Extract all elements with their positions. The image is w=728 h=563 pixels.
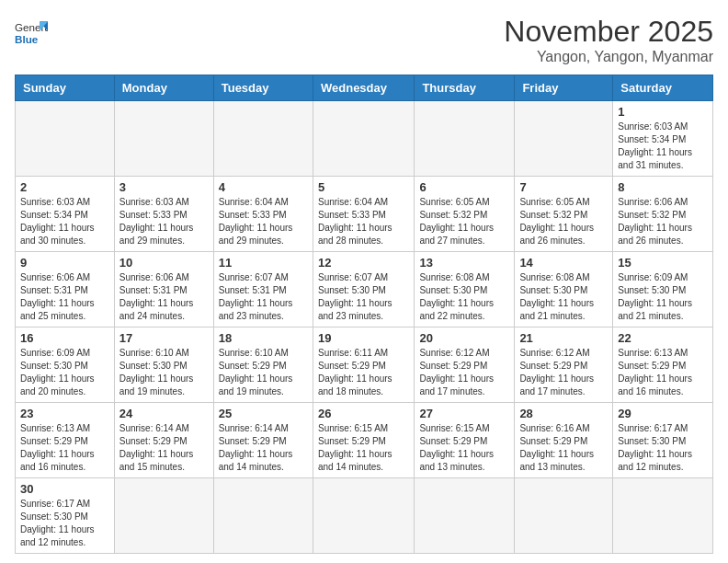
weekday-header-sunday: Sunday [16,75,115,101]
day-number: 28 [519,407,608,420]
logo-icon: General Blue [15,15,48,48]
day-number: 24 [119,407,209,420]
calendar-day-cell: 15Sunrise: 6:09 AM Sunset: 5:30 PM Dayli… [613,252,713,327]
day-info: Sunrise: 6:06 AM Sunset: 5:32 PM Dayligh… [618,196,708,247]
day-number: 13 [419,256,509,270]
day-number: 3 [119,180,209,194]
day-number: 12 [318,256,409,270]
calendar-day-cell: 7Sunrise: 6:05 AM Sunset: 5:32 PM Daylig… [515,177,613,252]
calendar-day-cell: 4Sunrise: 6:04 AM Sunset: 5:33 PM Daylig… [213,177,313,252]
calendar-day-cell [114,478,213,554]
page-header: General Blue November 2025 Yangon, Yango… [15,15,713,65]
calendar-week-row: 30Sunrise: 6:17 AM Sunset: 5:30 PM Dayli… [16,478,713,554]
day-number: 9 [20,256,109,270]
calendar-day-cell: 20Sunrise: 6:12 AM Sunset: 5:29 PM Dayli… [415,327,515,403]
day-number: 29 [618,407,708,420]
day-info: Sunrise: 6:17 AM Sunset: 5:30 PM Dayligh… [618,422,708,474]
day-info: Sunrise: 6:04 AM Sunset: 5:33 PM Dayligh… [219,196,308,247]
calendar-day-cell [415,101,515,177]
calendar-day-cell [515,478,613,554]
calendar-day-cell: 29Sunrise: 6:17 AM Sunset: 5:30 PM Dayli… [613,403,713,478]
calendar-day-cell: 22Sunrise: 6:13 AM Sunset: 5:29 PM Dayli… [613,327,713,403]
calendar-day-cell: 25Sunrise: 6:14 AM Sunset: 5:29 PM Dayli… [213,403,313,478]
calendar-week-row: 1Sunrise: 6:03 AM Sunset: 5:34 PM Daylig… [16,101,713,177]
day-info: Sunrise: 6:03 AM Sunset: 5:34 PM Dayligh… [618,121,708,172]
weekday-header-wednesday: Wednesday [313,75,414,101]
svg-text:Blue: Blue [15,33,39,45]
weekday-header-friday: Friday [515,75,613,101]
day-number: 8 [618,180,708,194]
day-number: 25 [219,407,308,420]
day-number: 11 [219,256,308,270]
day-number: 19 [318,331,409,345]
calendar-day-cell: 5Sunrise: 6:04 AM Sunset: 5:33 PM Daylig… [313,177,414,252]
calendar-day-cell: 9Sunrise: 6:06 AM Sunset: 5:31 PM Daylig… [16,252,115,327]
calendar-day-cell: 26Sunrise: 6:15 AM Sunset: 5:29 PM Dayli… [313,403,414,478]
day-info: Sunrise: 6:12 AM Sunset: 5:29 PM Dayligh… [519,347,608,398]
day-info: Sunrise: 6:08 AM Sunset: 5:30 PM Dayligh… [419,271,509,323]
day-info: Sunrise: 6:06 AM Sunset: 5:31 PM Dayligh… [20,271,109,323]
calendar-day-cell: 3Sunrise: 6:03 AM Sunset: 5:33 PM Daylig… [114,177,213,252]
day-number: 1 [618,105,708,119]
day-info: Sunrise: 6:15 AM Sunset: 5:29 PM Dayligh… [318,422,409,474]
calendar-day-cell: 13Sunrise: 6:08 AM Sunset: 5:30 PM Dayli… [415,252,515,327]
calendar-day-cell: 28Sunrise: 6:16 AM Sunset: 5:29 PM Dayli… [515,403,613,478]
day-info: Sunrise: 6:05 AM Sunset: 5:32 PM Dayligh… [519,196,608,247]
day-info: Sunrise: 6:15 AM Sunset: 5:29 PM Dayligh… [419,422,509,474]
day-number: 21 [519,331,608,345]
calendar-week-row: 9Sunrise: 6:06 AM Sunset: 5:31 PM Daylig… [16,252,713,327]
calendar-day-cell: 23Sunrise: 6:13 AM Sunset: 5:29 PM Dayli… [16,403,115,478]
weekday-header-row: SundayMondayTuesdayWednesdayThursdayFrid… [16,75,713,101]
day-number: 30 [20,482,109,496]
day-info: Sunrise: 6:09 AM Sunset: 5:30 PM Dayligh… [20,347,109,398]
calendar-day-cell: 16Sunrise: 6:09 AM Sunset: 5:30 PM Dayli… [16,327,115,403]
calendar-day-cell: 8Sunrise: 6:06 AM Sunset: 5:32 PM Daylig… [613,177,713,252]
calendar-day-cell: 6Sunrise: 6:05 AM Sunset: 5:32 PM Daylig… [415,177,515,252]
day-number: 17 [119,331,209,345]
day-info: Sunrise: 6:16 AM Sunset: 5:29 PM Dayligh… [519,422,608,474]
day-info: Sunrise: 6:14 AM Sunset: 5:29 PM Dayligh… [119,422,209,474]
calendar-day-cell: 2Sunrise: 6:03 AM Sunset: 5:34 PM Daylig… [16,177,115,252]
day-info: Sunrise: 6:10 AM Sunset: 5:30 PM Dayligh… [119,347,209,398]
calendar-day-cell [415,478,515,554]
day-info: Sunrise: 6:12 AM Sunset: 5:29 PM Dayligh… [419,347,509,398]
calendar-day-cell: 19Sunrise: 6:11 AM Sunset: 5:29 PM Dayli… [313,327,414,403]
day-info: Sunrise: 6:06 AM Sunset: 5:31 PM Dayligh… [119,271,209,323]
day-number: 10 [119,256,209,270]
day-info: Sunrise: 6:11 AM Sunset: 5:29 PM Dayligh… [318,347,409,398]
calendar-day-cell: 1Sunrise: 6:03 AM Sunset: 5:34 PM Daylig… [613,101,713,177]
day-number: 14 [519,256,608,270]
day-number: 16 [20,331,109,345]
calendar-day-cell [213,101,313,177]
weekday-header-monday: Monday [114,75,213,101]
calendar-day-cell [613,478,713,554]
day-info: Sunrise: 6:07 AM Sunset: 5:30 PM Dayligh… [318,271,409,323]
calendar-day-cell [213,478,313,554]
weekday-header-saturday: Saturday [613,75,713,101]
day-number: 6 [419,180,509,194]
calendar-day-cell: 14Sunrise: 6:08 AM Sunset: 5:30 PM Dayli… [515,252,613,327]
day-number: 5 [318,180,409,194]
title-block: November 2025 Yangon, Yangon, Myanmar [504,15,713,65]
calendar-day-cell: 11Sunrise: 6:07 AM Sunset: 5:31 PM Dayli… [213,252,313,327]
day-number: 18 [219,331,308,345]
day-number: 26 [318,407,409,420]
logo: General Blue [15,15,48,48]
calendar-day-cell: 18Sunrise: 6:10 AM Sunset: 5:29 PM Dayli… [213,327,313,403]
calendar-day-cell: 12Sunrise: 6:07 AM Sunset: 5:30 PM Dayli… [313,252,414,327]
day-number: 20 [419,331,509,345]
day-info: Sunrise: 6:03 AM Sunset: 5:33 PM Dayligh… [119,196,209,247]
day-info: Sunrise: 6:17 AM Sunset: 5:30 PM Dayligh… [20,498,109,549]
day-number: 23 [20,407,109,420]
calendar-week-row: 16Sunrise: 6:09 AM Sunset: 5:30 PM Dayli… [16,327,713,403]
day-info: Sunrise: 6:13 AM Sunset: 5:29 PM Dayligh… [20,422,109,474]
calendar-table: SundayMondayTuesdayWednesdayThursdayFrid… [15,75,713,554]
calendar-day-cell [313,101,414,177]
calendar-day-cell [114,101,213,177]
calendar-day-cell: 30Sunrise: 6:17 AM Sunset: 5:30 PM Dayli… [16,478,115,554]
calendar-day-cell: 21Sunrise: 6:12 AM Sunset: 5:29 PM Dayli… [515,327,613,403]
day-number: 15 [618,256,708,270]
calendar-week-row: 23Sunrise: 6:13 AM Sunset: 5:29 PM Dayli… [16,403,713,478]
calendar-day-cell: 10Sunrise: 6:06 AM Sunset: 5:31 PM Dayli… [114,252,213,327]
day-info: Sunrise: 6:07 AM Sunset: 5:31 PM Dayligh… [219,271,308,323]
